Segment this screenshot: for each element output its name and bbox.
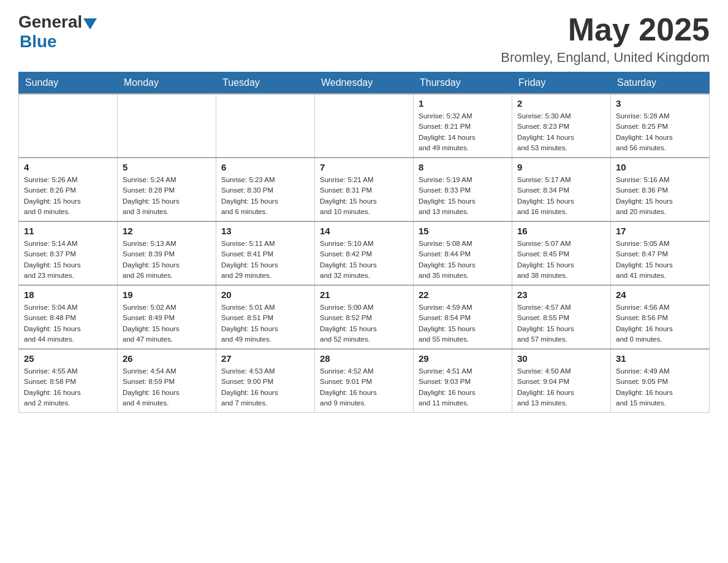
logo-triangle-icon [83, 18, 97, 29]
day-number: 30 [517, 353, 605, 364]
location-text: Bromley, England, United Kingdom [501, 50, 710, 66]
day-number: 12 [123, 226, 211, 236]
day-number: 23 [517, 289, 605, 300]
calendar-day-cell: 22Sunrise: 4:59 AMSunset: 8:54 PMDayligh… [414, 285, 512, 349]
day-info: Sunrise: 5:26 AMSunset: 8:26 PMDaylight:… [24, 175, 112, 217]
calendar-day-cell: 11Sunrise: 5:14 AMSunset: 8:37 PMDayligh… [19, 221, 118, 285]
day-info: Sunrise: 4:55 AMSunset: 8:58 PMDaylight:… [24, 366, 112, 408]
day-info: Sunrise: 4:56 AMSunset: 8:56 PMDaylight:… [616, 302, 704, 345]
calendar-day-cell: 19Sunrise: 5:02 AMSunset: 8:49 PMDayligh… [118, 285, 216, 349]
calendar-day-cell: 30Sunrise: 4:50 AMSunset: 9:04 PMDayligh… [512, 349, 611, 413]
day-info: Sunrise: 5:11 AMSunset: 8:41 PMDaylight:… [221, 239, 309, 281]
calendar-day-cell [19, 94, 118, 158]
day-number: 5 [123, 162, 211, 172]
calendar-day-cell: 27Sunrise: 4:53 AMSunset: 9:00 PMDayligh… [216, 349, 315, 413]
day-info: Sunrise: 5:05 AMSunset: 8:47 PMDaylight:… [616, 239, 704, 281]
day-number: 8 [419, 162, 507, 172]
day-info: Sunrise: 5:00 AMSunset: 8:52 PMDaylight:… [320, 302, 408, 345]
day-info: Sunrise: 5:16 AMSunset: 8:36 PMDaylight:… [616, 175, 704, 217]
day-number: 11 [24, 226, 112, 236]
calendar-header-row: SundayMondayTuesdayWednesdayThursdayFrid… [19, 72, 710, 94]
calendar-day-cell: 13Sunrise: 5:11 AMSunset: 8:41 PMDayligh… [216, 221, 315, 285]
calendar-day-cell: 28Sunrise: 4:52 AMSunset: 9:01 PMDayligh… [315, 349, 414, 413]
day-info: Sunrise: 4:50 AMSunset: 9:04 PMDaylight:… [517, 366, 605, 408]
calendar-day-cell: 14Sunrise: 5:10 AMSunset: 8:42 PMDayligh… [315, 221, 414, 285]
day-info: Sunrise: 4:53 AMSunset: 9:00 PMDaylight:… [221, 366, 309, 408]
calendar-day-cell: 16Sunrise: 5:07 AMSunset: 8:45 PMDayligh… [512, 221, 611, 285]
calendar-week-row: 18Sunrise: 5:04 AMSunset: 8:48 PMDayligh… [19, 285, 710, 349]
calendar-header-tuesday: Tuesday [216, 72, 315, 94]
day-info: Sunrise: 5:04 AMSunset: 8:48 PMDaylight:… [24, 302, 112, 345]
calendar-day-cell: 29Sunrise: 4:51 AMSunset: 9:03 PMDayligh… [414, 349, 512, 413]
calendar-header-saturday: Saturday [611, 72, 710, 94]
calendar-day-cell: 5Sunrise: 5:24 AMSunset: 8:28 PMDaylight… [118, 158, 216, 221]
calendar-day-cell: 17Sunrise: 5:05 AMSunset: 8:47 PMDayligh… [611, 221, 710, 285]
calendar-header-thursday: Thursday [414, 72, 512, 94]
day-number: 7 [320, 162, 408, 172]
calendar-header-monday: Monday [118, 72, 216, 94]
calendar-header-friday: Friday [512, 72, 611, 94]
day-number: 6 [221, 162, 309, 172]
day-info: Sunrise: 5:14 AMSunset: 8:37 PMDaylight:… [24, 239, 112, 281]
day-info: Sunrise: 5:08 AMSunset: 8:44 PMDaylight:… [419, 239, 507, 281]
calendar-day-cell: 20Sunrise: 5:01 AMSunset: 8:51 PMDayligh… [216, 285, 315, 349]
day-number: 1 [419, 98, 507, 109]
calendar-day-cell: 10Sunrise: 5:16 AMSunset: 8:36 PMDayligh… [611, 158, 710, 221]
calendar-day-cell [216, 94, 315, 158]
day-info: Sunrise: 4:51 AMSunset: 9:03 PMDaylight:… [419, 366, 507, 408]
day-info: Sunrise: 5:28 AMSunset: 8:25 PMDaylight:… [616, 111, 704, 153]
title-block: May 2025 Bromley, England, United Kingdo… [501, 12, 710, 66]
calendar-day-cell: 31Sunrise: 4:49 AMSunset: 9:05 PMDayligh… [611, 349, 710, 413]
day-info: Sunrise: 5:23 AMSunset: 8:30 PMDaylight:… [221, 175, 309, 217]
calendar-day-cell: 25Sunrise: 4:55 AMSunset: 8:58 PMDayligh… [19, 349, 118, 413]
day-number: 26 [123, 353, 211, 364]
calendar-day-cell [118, 94, 216, 158]
calendar-header-wednesday: Wednesday [315, 72, 414, 94]
day-number: 25 [24, 353, 112, 364]
day-info: Sunrise: 5:07 AMSunset: 8:45 PMDaylight:… [517, 239, 605, 281]
day-info: Sunrise: 5:24 AMSunset: 8:28 PMDaylight:… [123, 175, 211, 217]
logo-blue-text: Blue [20, 32, 57, 52]
day-info: Sunrise: 5:30 AMSunset: 8:23 PMDaylight:… [517, 111, 605, 153]
calendar-day-cell: 15Sunrise: 5:08 AMSunset: 8:44 PMDayligh… [414, 221, 512, 285]
day-number: 21 [320, 289, 408, 300]
calendar-day-cell: 6Sunrise: 5:23 AMSunset: 8:30 PMDaylight… [216, 158, 315, 221]
day-number: 14 [320, 226, 408, 236]
day-number: 22 [419, 289, 507, 300]
calendar-day-cell: 1Sunrise: 5:32 AMSunset: 8:21 PMDaylight… [414, 94, 512, 158]
day-info: Sunrise: 5:17 AMSunset: 8:34 PMDaylight:… [517, 175, 605, 217]
day-number: 27 [221, 353, 309, 364]
day-info: Sunrise: 5:21 AMSunset: 8:31 PMDaylight:… [320, 175, 408, 217]
calendar-week-row: 4Sunrise: 5:26 AMSunset: 8:26 PMDaylight… [19, 158, 710, 221]
day-info: Sunrise: 4:54 AMSunset: 8:59 PMDaylight:… [123, 366, 211, 408]
calendar-table: SundayMondayTuesdayWednesdayThursdayFrid… [18, 72, 710, 413]
calendar-day-cell: 23Sunrise: 4:57 AMSunset: 8:55 PMDayligh… [512, 285, 611, 349]
day-info: Sunrise: 5:02 AMSunset: 8:49 PMDaylight:… [123, 302, 211, 345]
day-number: 29 [419, 353, 507, 364]
day-number: 28 [320, 353, 408, 364]
month-title: May 2025 [501, 12, 710, 47]
day-info: Sunrise: 4:49 AMSunset: 9:05 PMDaylight:… [616, 366, 704, 408]
calendar-day-cell: 21Sunrise: 5:00 AMSunset: 8:52 PMDayligh… [315, 285, 414, 349]
day-info: Sunrise: 5:32 AMSunset: 8:21 PMDaylight:… [419, 111, 507, 153]
day-number: 19 [123, 289, 211, 300]
day-number: 3 [616, 98, 704, 109]
day-number: 10 [616, 162, 704, 172]
day-info: Sunrise: 5:13 AMSunset: 8:39 PMDaylight:… [123, 239, 211, 281]
day-number: 16 [517, 226, 605, 236]
calendar-day-cell: 7Sunrise: 5:21 AMSunset: 8:31 PMDaylight… [315, 158, 414, 221]
logo-general-text: General [18, 12, 82, 32]
calendar-week-row: 11Sunrise: 5:14 AMSunset: 8:37 PMDayligh… [19, 221, 710, 285]
calendar-week-row: 25Sunrise: 4:55 AMSunset: 8:58 PMDayligh… [19, 349, 710, 413]
day-number: 31 [616, 353, 704, 364]
day-info: Sunrise: 5:19 AMSunset: 8:33 PMDaylight:… [419, 175, 507, 217]
calendar-day-cell: 3Sunrise: 5:28 AMSunset: 8:25 PMDaylight… [611, 94, 710, 158]
day-number: 4 [24, 162, 112, 172]
day-info: Sunrise: 4:57 AMSunset: 8:55 PMDaylight:… [517, 302, 605, 345]
calendar-day-cell: 18Sunrise: 5:04 AMSunset: 8:48 PMDayligh… [19, 285, 118, 349]
day-number: 13 [221, 226, 309, 236]
day-info: Sunrise: 4:52 AMSunset: 9:01 PMDaylight:… [320, 366, 408, 408]
calendar-day-cell: 4Sunrise: 5:26 AMSunset: 8:26 PMDaylight… [19, 158, 118, 221]
calendar-day-cell: 12Sunrise: 5:13 AMSunset: 8:39 PMDayligh… [118, 221, 216, 285]
day-number: 24 [616, 289, 704, 300]
